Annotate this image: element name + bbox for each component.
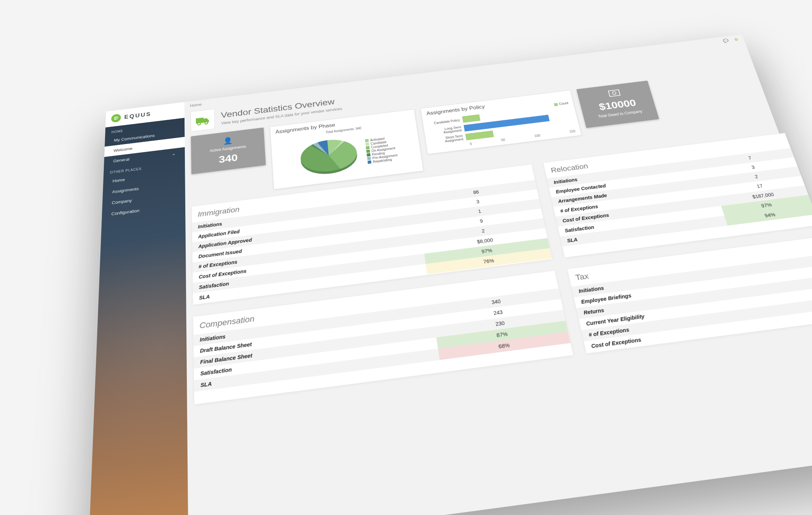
panel-tax: Tax InitiationsEmployee BriefingsReturns… — [567, 236, 812, 353]
sidebar: EQUUS HOME My CommunicationsWelcomeGener… — [88, 102, 188, 515]
breadcrumb[interactable]: Home — [190, 102, 202, 108]
main-content: Home 💬 ⚙ Vendor Statistics Overview View… — [185, 35, 812, 515]
pie-chart — [294, 130, 365, 183]
chat-icon[interactable]: 💬 — [723, 38, 729, 43]
app-window: EQUUS HOME My CommunicationsWelcomeGener… — [88, 35, 812, 515]
svg-point-1 — [198, 122, 200, 125]
panel-relocation: Relocation Initiations7Employee Contacte… — [543, 133, 812, 258]
bar-legend: Count — [554, 101, 569, 107]
page-icon — [191, 109, 215, 132]
brand-mark-icon — [111, 114, 121, 123]
pie-legend: ActivatedCandidateCompletedOn Assignment… — [365, 135, 398, 165]
brand-text: EQUUS — [124, 111, 152, 120]
gear-icon[interactable]: ⚙ — [734, 37, 739, 42]
tile-total-owed[interactable]: $10000 Total Owed to Company — [576, 81, 659, 128]
chevron-down-icon: ⌄ — [172, 151, 176, 156]
svg-rect-4 — [609, 89, 620, 96]
legend-label: Count — [559, 101, 569, 105]
svg-point-5 — [612, 91, 616, 95]
svg-point-2 — [205, 122, 208, 124]
